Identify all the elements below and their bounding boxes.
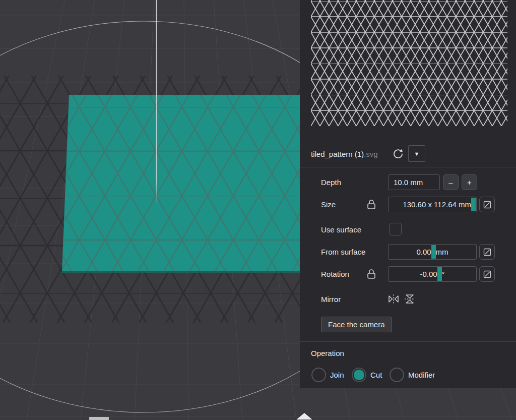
from-surface-unit: mm [436,248,448,256]
rotation-unit: ° [442,270,445,278]
size-edit-button[interactable] [479,197,495,212]
edit-icon [483,270,492,279]
operation-label: Operation [311,349,344,357]
divider [300,167,516,167]
from-surface-input[interactable]: 0.00 mm [388,244,477,260]
face-the-camera-label: Face the camera [328,320,385,329]
refresh-icon [392,148,404,160]
chevron-down-icon: ▼ [414,151,420,157]
divider [300,341,516,342]
plate-tab [89,417,109,420]
mirror-horizontal-icon[interactable] [387,292,400,306]
rotation-lock-icon[interactable] [367,269,376,279]
filename-row: tiled_pattern (1).svg [311,145,378,162]
operation-modifier-label: Modifier [408,371,435,379]
mirror-vertical-icon[interactable] [403,292,416,306]
size-label: Size [321,200,336,209]
svg-pattern-preview [311,0,507,127]
use-surface-checkbox[interactable] [389,223,402,235]
plus-icon: + [467,178,472,187]
face-the-camera-button[interactable]: Face the camera [321,317,392,332]
rotation-label: Rotation [321,270,349,278]
size-lock-icon[interactable] [367,199,376,210]
rotation-edit-button[interactable] [479,266,495,282]
from-surface-edit-button[interactable] [479,244,495,260]
edit-icon [483,200,492,209]
svg-file-extension: .svg [364,150,378,158]
from-surface-label: From surface [321,248,365,256]
svg-settings-panel: tiled_pattern (1).svg ▼ Depth 10.0 mm – … [300,0,516,388]
operation-radio-join[interactable] [311,368,326,382]
rotation-input[interactable]: -0.00 ° [388,266,477,282]
operation-radio-modifier[interactable] [390,368,404,382]
depth-label: Depth [321,178,341,187]
size-input-caret [471,198,476,211]
svg-cut-object[interactable] [50,76,312,287]
mirror-label: Mirror [321,295,341,304]
placement-indicator-line [156,0,157,205]
operation-radio-cut[interactable] [352,368,366,382]
reload-svg-button[interactable] [392,148,404,160]
depth-input[interactable]: 10.0 mm [388,174,440,190]
edit-icon [483,248,492,257]
rotation-value: -0.00 [420,270,437,278]
svg-file-name: tiled_pattern (1) [311,150,364,158]
svg-cut-tool-screen: tiled_pattern (1).svg ▼ Depth 10.0 mm – … [0,0,516,420]
from-surface-value: 0.00 [416,248,431,256]
from-surface-input-caret [431,245,436,259]
depth-value: 10.0 mm [394,178,423,187]
size-input[interactable]: 130.60 x 112.64 mm [388,197,477,212]
operation-join-label: Join [330,371,344,379]
depth-increase-button[interactable]: + [462,174,477,190]
minus-icon: – [448,178,453,187]
svg-options-dropdown[interactable]: ▼ [408,145,425,162]
depth-decrease-button[interactable]: – [443,174,459,190]
use-surface-label: Use surface [321,225,361,234]
operation-cut-label: Cut [370,371,382,379]
size-value: 130.60 x 112.64 mm [403,200,471,209]
rotation-input-caret [437,267,442,281]
